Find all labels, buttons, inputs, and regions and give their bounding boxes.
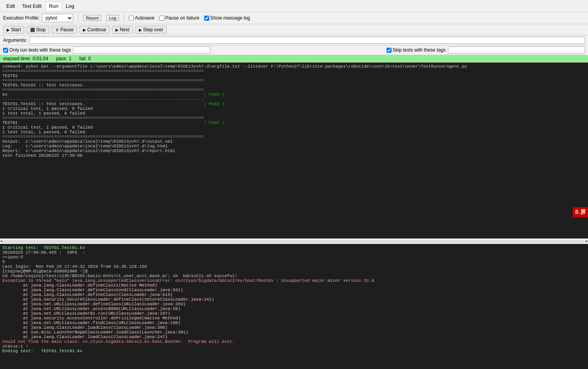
menu-text-edit[interactable]: Text Edit (19, 2, 45, 10)
horizontal-scrollbar[interactable]: ◄ ► (0, 238, 588, 244)
stop-button[interactable]: ⬛ Stop (27, 26, 49, 34)
pause-icon: ⏸ (55, 28, 59, 32)
pause-on-failure-text: Pause on failure (165, 15, 200, 21)
start-label: Start (11, 27, 21, 32)
execution-profile-label: Execution Profile: (3, 15, 40, 21)
elapsed-time-value: 0:01:04 (32, 56, 48, 61)
run-controls: ▶ Start ⬛ Stop ⏸ Pause ▶ Continue ▶ Next… (0, 24, 588, 36)
continue-label: Continue (87, 27, 106, 32)
toolbar-sep-1 (78, 14, 78, 22)
log-button[interactable]: Log (106, 15, 119, 21)
show-message-log-checkbox[interactable] (204, 16, 209, 21)
skip-tags-checkbox[interactable] (387, 48, 392, 53)
tags-row: Only run tests with these tags Skip test… (0, 45, 588, 55)
show-message-log-label[interactable]: Show message log (204, 15, 250, 21)
output-panel[interactable]: command: pybot.bat --argumentfile c:\use… (0, 63, 588, 238)
fail-value: 0 (88, 56, 91, 61)
skip-tags-text: Skip tests with these tags (393, 47, 446, 53)
toolbar-sep-2 (124, 14, 124, 22)
panels-container: command: pybot.bat --argumentfile c:\use… (0, 63, 588, 369)
skip-tags-label[interactable]: Skip tests with these tags (387, 47, 446, 53)
pass-label: pass: (56, 56, 67, 61)
execution-profile-select[interactable]: pybot (42, 14, 73, 22)
stop-icon: ⬛ (30, 28, 35, 32)
menu-run[interactable]: Run (45, 2, 62, 11)
pause-button[interactable]: ⏸ Pause (52, 26, 77, 34)
execution-profile-group: Execution Profile: pybot (3, 14, 73, 22)
menu-log[interactable]: Log (63, 2, 77, 10)
arguments-bar: Arguments: (0, 36, 588, 45)
pause-label: Pause (60, 27, 74, 32)
autosave-text: Autosave (135, 15, 155, 21)
s-logo: S 屏 (573, 207, 588, 217)
stop-label: Stop (36, 27, 46, 32)
menu-edit[interactable]: Edit (3, 2, 18, 10)
only-run-tags-label[interactable]: Only run tests with these tags (3, 47, 71, 53)
arguments-input[interactable] (29, 37, 585, 44)
skip-tags-input[interactable] (448, 47, 585, 54)
start-button[interactable]: ▶ Start (3, 26, 24, 34)
pass-value: 1 (69, 56, 72, 61)
only-run-tags-input[interactable] (73, 47, 210, 54)
step-over-button[interactable]: ▶ Step over (135, 26, 167, 34)
arguments-label: Arguments: (3, 38, 27, 43)
only-run-tags-checkbox[interactable] (3, 48, 8, 53)
pass-item: pass: 1 (56, 56, 71, 61)
continue-button[interactable]: ▶ Continue (79, 26, 110, 34)
elapsed-time-item: elapsed time: 0:01:04 (3, 56, 48, 61)
status-bar: elapsed time: 0:01:04 pass: 1 fail: 0 (0, 55, 588, 63)
pause-on-failure-checkbox[interactable] (159, 16, 164, 21)
elapsed-time-label: elapsed time: (3, 56, 31, 61)
toolbar: Execution Profile: pybot Report Log Auto… (0, 12, 588, 24)
report-button[interactable]: Report (83, 15, 101, 21)
next-icon: ▶ (115, 28, 119, 32)
next-button[interactable]: ▶ Next (112, 26, 133, 34)
fail-label: fail: (79, 56, 87, 61)
next-label: Next (120, 27, 129, 32)
continue-icon: ▶ (83, 28, 86, 32)
step-over-icon: ▶ (139, 28, 142, 32)
start-icon: ▶ (7, 28, 10, 32)
fail-item: fail: 0 (79, 56, 91, 61)
menu-bar: Edit Text Edit Run Log (0, 0, 588, 12)
only-run-tags-text: Only run tests with these tags (9, 47, 71, 53)
bottom-panel[interactable]: Starting test: TEST01.Test01.kv20190225 … (0, 244, 588, 369)
pause-on-failure-label[interactable]: Pause on failure (159, 15, 200, 21)
show-message-log-text: Show message log (210, 15, 250, 21)
step-over-label: Step over (143, 27, 163, 32)
autosave-label[interactable]: Autosave (129, 15, 155, 21)
autosave-checkbox[interactable] (129, 16, 134, 21)
